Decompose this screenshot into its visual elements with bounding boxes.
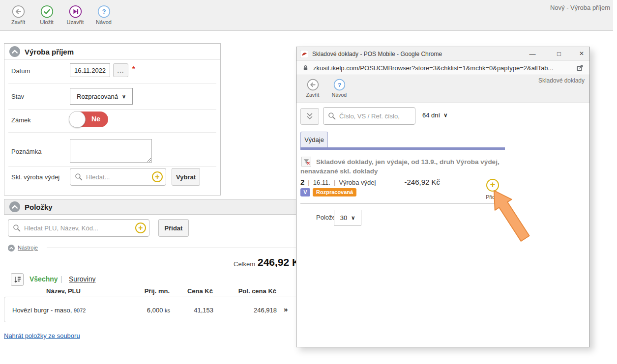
- item-price: 41,153: [174, 307, 213, 314]
- status-select-value: Rozpracovaná: [77, 93, 118, 100]
- items-section-title: Položky: [25, 203, 53, 211]
- collapse-up-icon[interactable]: [9, 46, 20, 57]
- date-input[interactable]: [70, 63, 110, 77]
- sort-descending-icon: [13, 276, 22, 284]
- collapse-up-icon[interactable]: [9, 201, 20, 212]
- upload-items-link[interactable]: Nahrát položky ze souboru: [4, 332, 80, 339]
- items-searchbox: +: [8, 219, 149, 237]
- item-qty: 6,000: [147, 307, 163, 314]
- lock-label: Zámek: [11, 116, 31, 124]
- chevron-down-icon: ∨: [122, 93, 126, 100]
- add-item-button[interactable]: Přidat: [158, 219, 189, 237]
- page-title: Nový - Výroba příjem: [550, 4, 610, 11]
- finalize-button[interactable]: Uzavřít: [61, 5, 89, 25]
- document-date: 16.11.: [313, 179, 330, 186]
- per-page-value: 30: [340, 214, 347, 222]
- sort-button[interactable]: [11, 273, 24, 286]
- window-close-button[interactable]: ✕: [573, 47, 590, 60]
- open-in-new-icon[interactable]: [576, 64, 584, 72]
- document-number: 2: [300, 178, 304, 186]
- pointer-arrow-annotation: [488, 188, 533, 246]
- help-button-label: Návod: [89, 19, 118, 25]
- svg-text:?: ?: [337, 82, 341, 88]
- expand-row-icon[interactable]: »: [284, 305, 288, 313]
- column-header-item-price: Pol. cena Kč: [227, 287, 276, 295]
- search-icon: [75, 173, 83, 181]
- tools-collapse-icon[interactable]: [8, 245, 15, 252]
- status-label: Stav: [11, 93, 24, 100]
- svg-text:?: ?: [102, 8, 106, 15]
- column-header-name: Název, PLU: [31, 287, 95, 295]
- minimize-button[interactable]: —: [524, 47, 541, 60]
- separator: |: [308, 179, 309, 186]
- document-amount: -246,92 Kč: [370, 178, 440, 186]
- url-text: zkusit.ikelp.com/POSUCMBrowser?store=3&c…: [313, 64, 572, 72]
- filter-note-line1: Skladové doklady, jen výdaje, od 13.9., …: [316, 158, 499, 166]
- back-arrow-icon: [307, 79, 319, 91]
- double-chevron-down-icon: [305, 112, 314, 121]
- add-plus-icon[interactable]: +: [135, 223, 146, 233]
- document-searchbox: [323, 107, 415, 125]
- column-header-price: Cena Kč: [174, 287, 213, 295]
- divider: [300, 203, 498, 204]
- popup-help-button[interactable]: ? Návod: [326, 79, 353, 98]
- note-textarea[interactable]: [70, 139, 152, 163]
- items-search-input[interactable]: [24, 224, 132, 232]
- total-label: Celkem: [234, 260, 255, 268]
- back-arrow-icon: [12, 5, 25, 18]
- remove-filter-icon[interactable]: [301, 157, 311, 167]
- chevron-down-icon: ∨: [351, 215, 355, 221]
- period-select[interactable]: 64 dní ∨: [422, 112, 447, 119]
- item-total-price: 246,918: [228, 307, 277, 314]
- select-document-button[interactable]: Vybrat: [172, 168, 200, 186]
- popup-close-label: Zavřít: [299, 92, 326, 98]
- panel-header: Výroba příjem: [4, 44, 220, 60]
- item-plu: 9072: [74, 308, 86, 313]
- check-icon: [40, 5, 54, 18]
- filter-note-line2: nenavázané skl. doklady: [300, 168, 378, 175]
- save-button-label: Uložit: [32, 19, 61, 25]
- close-button[interactable]: Zavřít: [4, 5, 32, 25]
- issue-type-badge: V: [300, 188, 310, 196]
- document-search-input[interactable]: [339, 112, 412, 120]
- question-icon: ?: [97, 5, 111, 18]
- popup-close-button[interactable]: Zavřít: [299, 79, 326, 98]
- item-row[interactable]: Hovězí burgr - maso, 9072 6,000 ks 41,15…: [4, 297, 312, 322]
- per-page-select[interactable]: 30 ∨: [334, 210, 361, 225]
- chrome-tab-favicon: [300, 50, 308, 58]
- window-title: Skladové doklady - POS Mobile - Google C…: [312, 51, 442, 57]
- chrome-popup-window: Skladové doklady - POS Mobile - Google C…: [296, 47, 590, 347]
- date-label: Datum: [11, 67, 30, 75]
- search-icon: [328, 112, 336, 120]
- tab-all-items[interactable]: Všechny: [29, 275, 58, 283]
- save-button[interactable]: Uložit: [32, 5, 61, 25]
- production-receipt-panel: Výroba příjem Datum ... * Stav Rozpracov…: [4, 43, 221, 196]
- tab-separator: |: [60, 275, 62, 283]
- date-picker-button[interactable]: ...: [113, 63, 128, 77]
- help-button[interactable]: ? Návod: [89, 5, 118, 25]
- address-bar[interactable]: zkusit.ikelp.com/POSUCMBrowser?store=3&c…: [296, 61, 589, 75]
- required-asterisk: *: [132, 65, 135, 73]
- production-issue-label: Skl. výroba výdej: [11, 173, 59, 181]
- tab-expenses[interactable]: Výdaje: [300, 132, 328, 147]
- period-value: 64 dní: [422, 112, 440, 119]
- document-row[interactable]: 2 | 16.11. | Výroba výdej: [300, 178, 376, 186]
- tools-link[interactable]: Nástroje: [18, 245, 38, 251]
- item-unit: ks: [165, 308, 170, 313]
- production-issue-search-input[interactable]: [86, 173, 148, 181]
- skip-end-icon: [69, 5, 82, 18]
- tab-raw-materials[interactable]: Suroviny: [69, 275, 95, 283]
- status-select[interactable]: Rozpracovaná ∨: [70, 88, 133, 105]
- finalize-button-label: Uzavřít: [61, 19, 89, 25]
- window-titlebar[interactable]: Skladové doklady - POS Mobile - Google C…: [296, 47, 589, 61]
- add-plus-icon[interactable]: +: [152, 171, 163, 182]
- popup-section-title: Skladové doklady: [538, 77, 585, 84]
- lock-toggle-value: Ne: [91, 115, 100, 123]
- expand-filters-button[interactable]: [300, 108, 319, 125]
- chevron-down-icon: ∨: [443, 112, 447, 118]
- lock-toggle[interactable]: Ne: [70, 112, 108, 127]
- maximize-button[interactable]: □: [551, 47, 567, 60]
- lock-icon: [302, 64, 309, 71]
- popup-help-label: Návod: [326, 92, 353, 98]
- tab-underline: [300, 147, 505, 150]
